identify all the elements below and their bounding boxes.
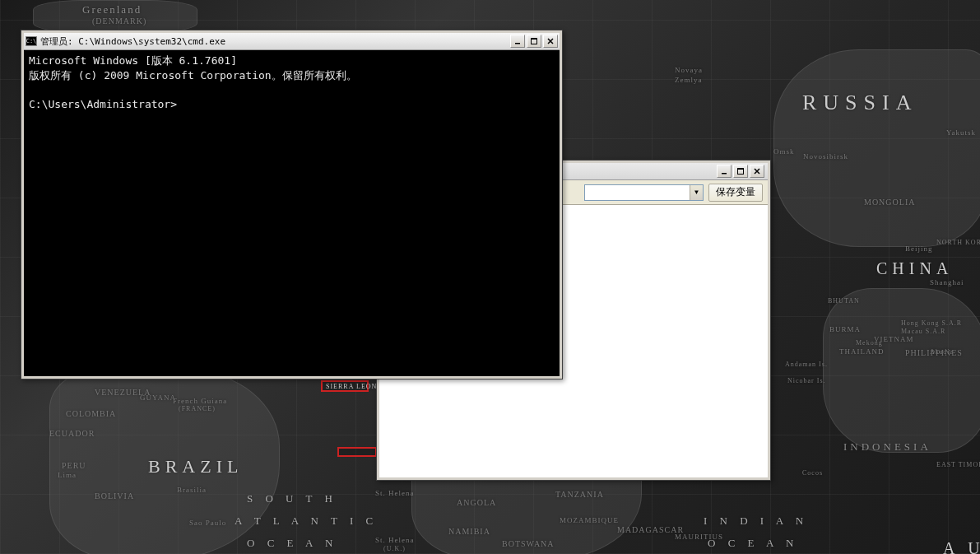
map-label-thailand: THAILAND	[839, 347, 885, 356]
map-label-mozambique: MOZAMBIQUE	[560, 516, 619, 524]
map-label-mekong: Mekong	[856, 339, 883, 347]
map-label-mauritius: MAURITIUS	[675, 533, 723, 541]
map-label-hongkong: Hong Kong S.A.R	[901, 319, 962, 327]
map-label-indonesia: INDONESIA	[843, 440, 931, 454]
map-label-bolivia: BOLIVIA	[95, 491, 134, 500]
map-label-ecuador: ECUADOR	[49, 429, 95, 438]
map-label-andaman: Andaman Is.	[785, 361, 828, 368]
map-label-french-guiana: French Guiana	[173, 397, 227, 405]
svg-rect-2	[738, 169, 744, 170]
map-label-sierra-leone: SIERRA LEONE	[326, 383, 382, 390]
map-label-sthelena: St. Helena	[375, 489, 415, 497]
map-label-beijing: Beijing	[905, 244, 933, 253]
map-label-brazil: BRAZIL	[148, 456, 243, 477]
map-label-indian: I N D I A N	[704, 514, 808, 528]
map-label-france-sub: (FRANCE)	[179, 405, 216, 412]
map-label-east-timor: EAST TIMOR	[936, 461, 980, 468]
cmd-window[interactable]: C:\ 管理员: C:\Windows\system32\cmd.exe Mic…	[21, 30, 563, 379]
map-label-akadia: Akadia	[930, 348, 954, 356]
save-variables-button[interactable]: 保存变量	[708, 184, 763, 202]
map-label-shanghai: Shanghai	[930, 278, 964, 286]
map-label-brasilia: Brasilia	[177, 486, 207, 494]
map-label-nkorea: NORTH KOREA	[936, 239, 980, 246]
tool-combobox[interactable]: ▼	[584, 184, 704, 201]
map-label-nicobar: Nicobar Is.	[787, 377, 826, 384]
map-label-aus: A U S	[943, 539, 980, 554]
cmd-line-version: Microsoft Windows [版本 6.1.7601]	[29, 54, 237, 67]
cmd-titlebar[interactable]: C:\ 管理员: C:\Windows\system32\cmd.exe	[24, 33, 560, 50]
map-label-peru: PERU	[62, 461, 86, 470]
map-label-omsk: Omsk	[773, 147, 795, 156]
map-label-sthelena2: St. Helena	[375, 536, 415, 544]
map-label-lima: Lima	[58, 471, 77, 479]
tool-close-button[interactable]	[750, 165, 764, 178]
map-label-china: CHINA	[876, 259, 953, 278]
cmd-title: 管理员: C:\Windows\system32\cmd.exe	[40, 35, 510, 48]
cmd-line-copyright: 版权所有 (c) 2009 Microsoft Corporation。保留所有…	[29, 69, 357, 81]
map-label-guyana: GUYANA	[140, 393, 176, 402]
map-label-greenland: Greenland	[82, 3, 142, 16]
map-label-zemlya: Zemlya	[675, 76, 703, 84]
map-label-greenland-sub: (DENMARK)	[92, 16, 146, 26]
map-label-angola: ANGOLA	[457, 498, 496, 507]
save-variables-label: 保存变量	[716, 185, 755, 199]
cmd-close-button[interactable]	[543, 35, 558, 48]
cmd-minimize-button[interactable]	[510, 35, 525, 48]
map-label-russia: RUSSIA	[802, 91, 917, 115]
tool-minimize-button[interactable]	[717, 165, 732, 178]
map-label-cocos: Cocos	[802, 469, 823, 477]
map-label-atlantic: A T L A N T I C	[235, 514, 378, 528]
cmd-maximize-button[interactable]	[527, 35, 541, 48]
map-label-ocean: O C E A N	[247, 537, 337, 550]
map-label-colombia: COLOMBIA	[66, 409, 116, 418]
map-label-yakutsk: Yakutsk	[946, 128, 976, 137]
map-label-bhutan: BHUTAN	[828, 297, 860, 305]
svg-rect-0	[722, 173, 727, 175]
svg-rect-3	[515, 43, 520, 44]
map-label-mongolia: MONGOLIA	[864, 198, 915, 207]
map-label-sao-paulo: Sao Paulo	[189, 519, 226, 527]
cmd-prompt: C:\Users\Administrator>	[29, 98, 177, 110]
map-label-novosibirsk: Novosibirsk	[803, 152, 848, 161]
map-label-south: S O U T H	[247, 492, 337, 505]
chevron-down-icon[interactable]: ▼	[690, 185, 703, 200]
map-label-madagascar: MADAGASCAR	[617, 525, 684, 534]
cmd-terminal-area[interactable]: Microsoft Windows [版本 6.1.7601] 版权所有 (c)…	[24, 50, 560, 376]
continent-seasia	[823, 288, 980, 453]
tool-maximize-button[interactable]	[733, 165, 748, 178]
svg-rect-5	[532, 39, 537, 40]
map-label-macau: Macau S.A.R	[901, 328, 945, 335]
map-label-namibia: NAMIBIA	[448, 527, 490, 536]
map-label-tanzania: TANZANIA	[555, 490, 604, 499]
map-label-botswana: BOTSWANA	[502, 539, 555, 548]
map-label-sthelena-sub: (U.K.)	[383, 545, 406, 552]
map-highlight-2	[337, 447, 377, 457]
map-label-novaya: Novaya	[675, 66, 703, 74]
cmd-icon: C:\	[26, 36, 37, 46]
continent-asia	[773, 49, 980, 247]
map-label-burma: BURMA	[829, 325, 861, 333]
